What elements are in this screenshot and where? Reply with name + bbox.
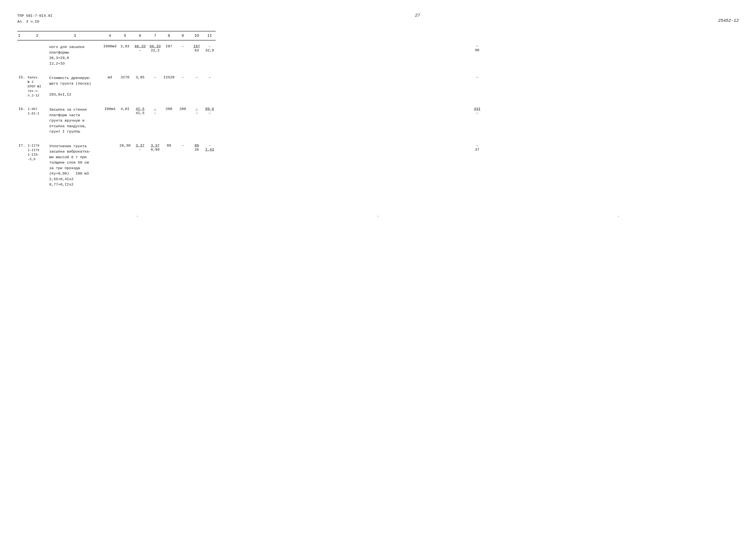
footer-area: · · ·	[17, 214, 739, 218]
row-col10: –I,43	[204, 140, 216, 188]
row-col7: I87	[162, 40, 176, 67]
main-table: I 2 3 4 5 6 7 8 9 IO II ного для засыпки…	[17, 31, 739, 201]
row-desc: Уплотнение грунтазасыпки виброкатка-ми м…	[48, 140, 102, 188]
header-doc-number: ТПР 50I-7-0I4.9I	[17, 13, 52, 19]
col-header-2: 2	[26, 31, 48, 40]
header-al-number: Ал. 3 ч.IO	[17, 19, 52, 25]
row-col8: –	[176, 71, 190, 99]
row-col8: 200	[176, 103, 190, 135]
row-ref	[26, 40, 48, 67]
col-header-6: 6	[132, 31, 148, 40]
row-col6: 66,IO22,2	[148, 40, 162, 67]
row-unit: I00м3	[102, 103, 118, 135]
footer-dot-1: ·	[136, 214, 139, 218]
row-number	[17, 40, 26, 67]
row-ref: I–II70I–II75I–II8––5,6	[26, 140, 48, 188]
col-header-1: I	[17, 31, 26, 40]
row-col5: 3,37–	[132, 140, 148, 188]
row-col10: 89,6–	[204, 103, 216, 135]
row-col9: 8926	[190, 140, 204, 188]
row-unit: I000м3	[102, 40, 118, 67]
row-col11: 43I–	[216, 103, 739, 135]
row-unit	[102, 140, 118, 188]
row-col6: ––	[148, 103, 162, 135]
row-desc: ного для засыпкиплатформы36,3+29,8I2,2+I…	[48, 40, 102, 67]
col-header-4: 4	[102, 31, 118, 40]
col-header-9: 9	[176, 31, 190, 40]
col-header-5: 5	[118, 31, 132, 40]
col-header-8: 8	[162, 31, 176, 40]
header: ТПР 50I-7-0I4.9I Ал. 3 ч.IO 27 25452-12	[17, 13, 739, 25]
row-ref: Кальк.№ 2ЕРЕР №Iтех.ч.п.2-I2	[26, 71, 48, 99]
row-col8: –	[176, 40, 190, 67]
row-col7: I2520	[162, 71, 176, 99]
table-row: I5. Кальк.№ 2ЕРЕР №Iтех.ч.п.2-I2 Стоимос…	[17, 71, 739, 99]
row-col5: 66,IO–	[132, 40, 148, 67]
footer-dot-2: ·	[377, 214, 379, 218]
row-number: I6.	[17, 103, 26, 135]
row-desc: Стоимость дренирую-щего грунта (песка)28…	[48, 71, 102, 99]
col-header-11: II	[204, 31, 216, 40]
row-col10: –32,0	[204, 40, 216, 67]
row-col10: –	[204, 71, 216, 99]
row-col5: 4I,54I,5	[132, 103, 148, 135]
row-col5: 3,95	[132, 71, 148, 99]
table-row: I7. I–II70I–II75I–II8––5,6 Уплотнение гр…	[17, 140, 739, 188]
footer-dot-3: ·	[617, 214, 620, 218]
row-ref: I–967I–8I–I	[26, 103, 48, 135]
row-col4: 26,30	[118, 140, 132, 188]
row-number: I7.	[17, 140, 26, 188]
col-header-10: IO	[190, 31, 204, 40]
row-unit: м3	[102, 71, 118, 99]
col-header-3: 3	[48, 31, 102, 40]
row-col11: –37	[216, 140, 739, 188]
row-col4: 3I70	[118, 71, 132, 99]
col-header-7: 7	[148, 31, 162, 40]
header-left: ТПР 50I-7-0I4.9I Ал. 3 ч.IO	[17, 13, 52, 25]
header-code: 25452-12	[718, 18, 739, 23]
row-col9: –	[190, 71, 204, 99]
table-header-row: I 2 3 4 5 6 7 8 9 IO II	[17, 31, 739, 40]
row-col7: 200	[162, 103, 176, 135]
row-col9: I8763	[190, 40, 204, 67]
table-row: I6. I–967I–8I–I Засыпка за стенкиплатфор…	[17, 103, 739, 135]
row-number: I5.	[17, 71, 26, 99]
row-col4: 4,8I	[118, 103, 132, 135]
row-col11: –90	[216, 40, 739, 67]
header-page-number: 27	[350, 13, 420, 18]
row-desc: Засыпка за стенкиплатформ частигрунта вр…	[48, 103, 102, 135]
row-col11: –	[216, 71, 739, 99]
row-col6: –	[148, 71, 162, 99]
row-col4: 2,83	[118, 40, 132, 67]
row-col7: 89	[162, 140, 176, 188]
row-col9: ––	[190, 103, 204, 135]
row-col8: –	[176, 140, 190, 188]
table-row: ного для засыпкиплатформы36,3+29,8I2,2+I…	[17, 40, 739, 67]
row-col6: 3,370,99	[148, 140, 162, 188]
